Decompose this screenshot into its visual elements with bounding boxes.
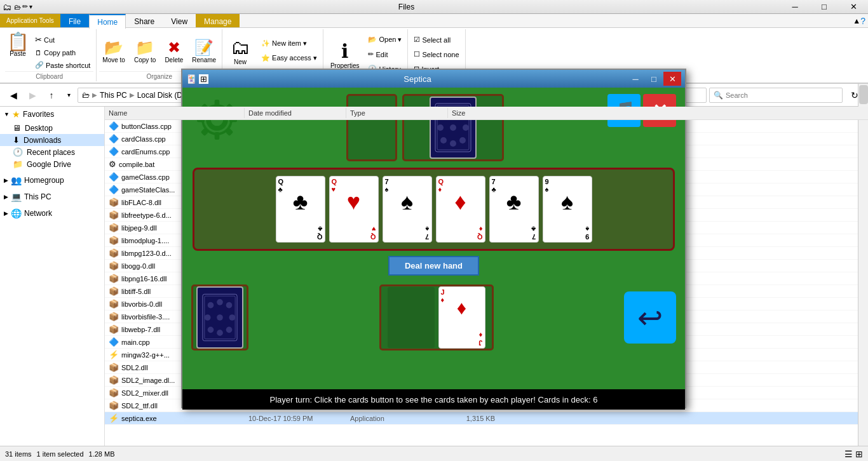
- svg-point-16: [450, 124, 456, 131]
- game-close-button[interactable]: ✕: [663, 72, 681, 86]
- file-type-icon: 📦: [109, 375, 119, 385]
- title-bar: 🗂 🗁 ✏ ▾ Files ─ □ ✕: [0, 0, 868, 14]
- svg-rect-3: [214, 132, 219, 140]
- new-item-button[interactable]: ✨ New item ▾: [258, 37, 320, 50]
- file-name-cell: ⚡ septica.exe: [105, 413, 245, 424]
- copy-to-button[interactable]: 📁 Copy to: [131, 37, 159, 65]
- col-header-type[interactable]: Type: [346, 108, 448, 118]
- tab-file[interactable]: File: [60, 14, 89, 27]
- help-button[interactable]: ?: [860, 16, 865, 26]
- svg-point-28: [229, 314, 236, 321]
- card-q-diamonds[interactable]: Q♦ ♦ Q♦: [436, 176, 485, 243]
- select-all-button[interactable]: ☑ Select all: [410, 33, 454, 46]
- svg-point-17: [463, 124, 469, 131]
- view-details-button[interactable]: ☰: [844, 449, 853, 459]
- game-bottom-section: J♦ ♦ J♦ ↩: [182, 281, 685, 354]
- sidebar-item-recent[interactable]: 🕐 Recent places: [0, 146, 104, 158]
- open-button[interactable]: 📂 Open ▾: [365, 33, 405, 46]
- quick-access-1[interactable]: 🗁: [14, 3, 21, 11]
- game-status-message: Player turn: Click the cards button to s…: [270, 395, 598, 404]
- svg-point-18: [440, 137, 447, 144]
- file-type-icon: 📦: [109, 274, 119, 283]
- search-icon: 🔍: [714, 91, 723, 100]
- card-q-hearts[interactable]: Q♥ ♥ Q♥: [329, 176, 379, 243]
- vertical-scrollbar[interactable]: [858, 84, 868, 446]
- top-empty-slot: [346, 94, 397, 161]
- card-9-spades[interactable]: 9♠ ♠ 9♠: [543, 176, 592, 243]
- minimize-button[interactable]: ─: [780, 0, 810, 14]
- game-title-icon2: ⊞: [199, 74, 208, 84]
- sidebar-item-googledrive[interactable]: 📁 Google Drive: [0, 158, 104, 170]
- card-7-spades[interactable]: 7♠ ♠ 7♠: [383, 176, 432, 243]
- back-button[interactable]: ◀: [5, 87, 22, 104]
- card-7-clubs[interactable]: 7♣ ♣ 7♣: [489, 176, 539, 243]
- file-list-header: Name Date modified Type Size: [105, 107, 868, 120]
- app-window: 🗂 🗁 ✏ ▾ Files ─ □ ✕ Application Tools Fi…: [0, 0, 868, 461]
- deal-new-hand-button[interactable]: Deal new hand: [388, 256, 479, 276]
- paste-shortcut-button[interactable]: 🔗 Paste shortcut: [32, 59, 93, 71]
- col-header-size[interactable]: Size: [448, 108, 499, 118]
- quick-access-2[interactable]: ✏: [22, 3, 28, 11]
- tab-view[interactable]: View: [163, 14, 196, 27]
- file-type-icon: 📦: [109, 248, 119, 258]
- sidebar-item-desktop[interactable]: 🖥 Desktop: [0, 122, 104, 134]
- googledrive-icon: 📁: [13, 159, 23, 169]
- card-q-clubs[interactable]: Q♣ ♣ Q♣: [276, 176, 325, 243]
- game-restore-button[interactable]: □: [645, 72, 663, 86]
- file-size-cell: 1,315 KB: [448, 414, 499, 423]
- search-input[interactable]: [726, 91, 838, 99]
- cut-button[interactable]: ✂ Cut: [32, 33, 93, 46]
- player-deck-slot: [191, 284, 248, 351]
- edit-button[interactable]: ✏ Edit: [365, 48, 405, 61]
- tab-home[interactable]: Home: [89, 14, 126, 29]
- this-pc-icon: 💻: [11, 192, 22, 202]
- game-minimize-button[interactable]: ─: [627, 72, 644, 86]
- undo-button[interactable]: ↩: [624, 291, 676, 344]
- jack-diamonds-card[interactable]: J♦ ♦ J♦: [438, 286, 485, 349]
- file-type-icon: 📦: [109, 197, 119, 207]
- file-type-icon: 📦: [109, 324, 119, 334]
- new-folder-button[interactable]: 🗂 New: [225, 35, 255, 67]
- chevron-right-icon: ▶: [4, 177, 8, 184]
- file-type-icon: 📦: [109, 312, 119, 321]
- search-box[interactable]: 🔍: [709, 88, 843, 103]
- delete-button[interactable]: ✖ Delete: [161, 37, 186, 65]
- col-header-name[interactable]: Name: [105, 108, 245, 118]
- tab-share[interactable]: Share: [126, 14, 163, 27]
- copy-path-button[interactable]: 🗒 Copy path: [32, 47, 93, 58]
- downloads-icon: ⬇: [13, 135, 20, 145]
- this-pc-group: ▶ 💻 This PC: [0, 189, 104, 204]
- svg-point-27: [217, 314, 223, 321]
- svg-rect-2: [214, 100, 219, 107]
- paste-button[interactable]: 📋 Paste: [5, 30, 31, 59]
- rename-button[interactable]: 📝 Rename: [189, 37, 219, 65]
- easy-access-button[interactable]: ⭐ Easy access ▾: [258, 51, 320, 65]
- svg-point-15: [437, 124, 444, 131]
- up-button[interactable]: ↑: [43, 87, 60, 104]
- favorites-header[interactable]: ▼ ★ Favorites: [0, 107, 104, 122]
- game-status-bar: Player turn: Click the cards button to s…: [182, 389, 685, 410]
- move-to-button[interactable]: 📂 Move to: [99, 37, 128, 65]
- close-button[interactable]: ✕: [839, 0, 868, 14]
- folder-icon: 🗁: [82, 91, 90, 100]
- network-header[interactable]: ▶ 🌐 Network: [0, 206, 104, 221]
- recent-places-icon: 🕐: [13, 147, 23, 157]
- copy-path-icon: 🗒: [35, 49, 42, 57]
- ribbon-expand[interactable]: ▲: [853, 17, 860, 25]
- properties-button[interactable]: ℹ Properties: [326, 38, 364, 71]
- this-pc-header[interactable]: ▶ 💻 This PC: [0, 189, 104, 204]
- maximize-button[interactable]: □: [810, 0, 839, 14]
- selected-size: 1.28 MB: [89, 450, 115, 458]
- recent-button[interactable]: ▾: [62, 87, 75, 104]
- top-card-slot: [346, 94, 504, 161]
- homegroup-group: ▶ 👥 Homegroup: [0, 173, 104, 188]
- sidebar-item-downloads[interactable]: ⬇ Downloads: [0, 134, 104, 146]
- tab-manage[interactable]: Manage: [196, 14, 240, 27]
- view-tiles-button[interactable]: ⊞: [855, 449, 863, 459]
- table-row[interactable]: ⚡ septica.exe 10-Dec-17 10:59 PM Applica…: [105, 412, 868, 425]
- col-header-date[interactable]: Date modified: [245, 108, 346, 118]
- homegroup-header[interactable]: ▶ 👥 Homegroup: [0, 173, 104, 188]
- center-card-slot: J♦ ♦ J♦: [379, 284, 494, 351]
- forward-button[interactable]: ▶: [24, 87, 41, 104]
- select-none-button[interactable]: ☐ Select none: [410, 48, 462, 61]
